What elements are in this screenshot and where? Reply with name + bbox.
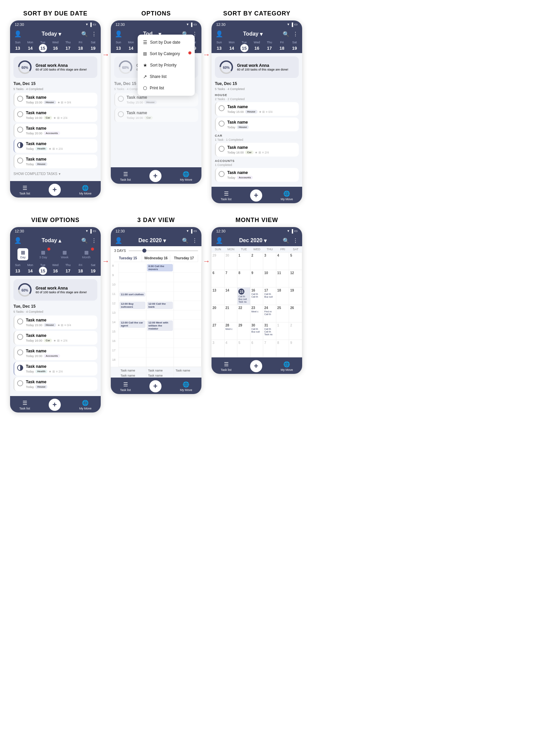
- more-icon-4[interactable]: ⋮: [91, 237, 97, 244]
- month-grid: 29 30 1 2 3 4 5 6 7 8 9 10 11 12 13 14 1…: [212, 253, 302, 357]
- progress-card-3: 60% Great work Anna 60 of 100 tasks of t…: [215, 56, 299, 78]
- tab-day[interactable]: ▦ Day: [17, 248, 28, 260]
- phone-nav-3: ☰Task list + 🌐My Move: [212, 187, 302, 203]
- options-label: Options: [141, 10, 171, 17]
- task-cat-house-2[interactable]: Task name Today House: [215, 118, 299, 131]
- month-view-panel: Month View 12:30 ▾▐▭ 👤 Dec 2020 ▾ 🔍 ⋮: [212, 217, 302, 374]
- tab-week[interactable]: ▦ Week: [58, 248, 71, 260]
- more-icon-1[interactable]: ⋮: [91, 31, 97, 37]
- more-icon-5[interactable]: ⋮: [192, 237, 197, 244]
- three-day-label: 3 Day View: [137, 217, 175, 224]
- cal-day-tue-1[interactable]: Tue 15: [38, 41, 48, 52]
- dropdown-sort-cat[interactable]: ⊞ Sort by Category: [138, 48, 195, 59]
- my-move-icon-1: 🌐: [82, 185, 89, 191]
- avatar-icon-4[interactable]: 👤: [14, 237, 21, 244]
- cal-day-thu-1: Thu 17: [63, 41, 73, 52]
- task-item-1-5[interactable]: Task name Today House: [13, 155, 97, 168]
- view-options-label: View Options: [31, 217, 80, 224]
- search-icon-3[interactable]: 🔍: [283, 31, 289, 37]
- avatar-icon-1[interactable]: 👤: [14, 30, 21, 38]
- progress-card-1: 60% Great work Anna 60 of 100 tasks of t…: [13, 56, 97, 78]
- chevron-down-icon-3: ▾: [260, 31, 263, 37]
- task-cat-house-1[interactable]: Task name Today 15:00 House ★ ⊞ ≡ 0/4: [215, 102, 299, 116]
- more-icon-6[interactable]: ⋮: [293, 237, 298, 244]
- avatar-icon-3[interactable]: 👤: [216, 30, 223, 38]
- sort-due-date-panel: Sort by Due Date 12:30 ▾ ▐ ▭ 👤 Today ▾: [10, 10, 101, 198]
- sort-due-date-phone: 12:30 ▾ ▐ ▭ 👤 Today ▾ 🔍 ⋮: [10, 20, 101, 198]
- more-icon-3[interactable]: ⋮: [293, 31, 298, 37]
- time-grid: 8 8:00 Call the movers 9 10 11: [111, 263, 201, 367]
- calendar-row-3: Sun13 Mon14 Tue15 Wed16 Thu17 Fri18 Sat1…: [212, 40, 302, 53]
- avatar-icon-6[interactable]: 👤: [216, 237, 223, 244]
- sort-category-label: Sort by Category: [223, 10, 291, 17]
- task-cat-car-1[interactable]: Task name Today 16:00 Car ★ ⊞ ≡ 2/4: [215, 143, 299, 157]
- cal-day-fri-1: Fri 18: [76, 41, 85, 52]
- three-day-panel: 3 Day View 12:30 ▾▐▭ 👤 Dec 2020 ▾ 🔍 ⋮: [111, 217, 201, 394]
- month-view-phone: 12:30 ▾▐▭ 👤 Dec 2020 ▾ 🔍 ⋮ SUN MON: [212, 227, 302, 374]
- phone-nav-1: ☰ Task list + 🌐 My Move: [10, 181, 101, 198]
- chevron-down-icon-6: ▾: [264, 237, 267, 244]
- dropdown-sort-due[interactable]: ☰ Sort by Due date: [138, 37, 195, 48]
- cal-day-sun-1: Sun 13: [13, 41, 22, 52]
- show-completed-1[interactable]: SHOW COMPLETED TASKS ▾: [13, 170, 97, 178]
- progress-text-1: Great work Anna 60 of 100 tasks of this …: [36, 63, 87, 71]
- phone-content-4: 60% Great work Anna 60 of 100 tasks of t…: [10, 276, 101, 396]
- task-item-1-2[interactable]: Task name Today 16:00 Car ★ ⊞ ≡ 2/4: [13, 108, 97, 122]
- wifi-icon-1: ▾: [86, 22, 88, 27]
- sort-due-date-label: Sort by Due Date: [23, 10, 87, 17]
- dropdown-share[interactable]: ↗ Share list: [138, 71, 195, 82]
- cat-accounts-label: ACCOUNTS: [215, 159, 299, 163]
- signal-icon-1: ▐: [89, 23, 92, 27]
- task-item-1-3[interactable]: Task name Today 20:00 Accounts: [13, 124, 97, 137]
- search-icon-6[interactable]: 🔍: [283, 237, 289, 244]
- phone-header-6: 👤 Dec 2020 ▾ 🔍 ⋮: [212, 235, 302, 246]
- options-phone: 12:30 ▾ ▐ ▭ 👤 Tod... ▾ 🔍 ⋮ Sun: [111, 20, 201, 184]
- nav-mymove-1[interactable]: 🌐 My Move: [79, 185, 92, 195]
- time-1: 12:30: [15, 23, 24, 27]
- status-bar-2: 12:30 ▾ ▐ ▭: [111, 20, 201, 28]
- sort-pri-icon: ★: [143, 62, 147, 68]
- options-dropdown: ☰ Sort by Due date ⊞ Sort by Category ★ …: [138, 35, 195, 96]
- task-check-1-3[interactable]: [17, 127, 23, 133]
- search-icon-5[interactable]: 🔍: [182, 237, 189, 244]
- time-grid-container: 8 8:00 Call the movers 9 10 11: [111, 263, 201, 378]
- slider-thumb[interactable]: [142, 249, 146, 253]
- task-check-1-4[interactable]: [17, 142, 23, 148]
- print-icon: ⬡: [143, 85, 147, 91]
- month-day-names: SUN MON TUE WED THU FRI SAT: [212, 246, 302, 253]
- task-cat-accounts-1[interactable]: Task name Today Accounts: [215, 168, 299, 182]
- search-icon-4[interactable]: 🔍: [81, 237, 88, 244]
- task-item-1-1[interactable]: Task name Today 15:00 House ★ ⊞ ≡ 0/4: [13, 93, 97, 106]
- calendar-row-4: Sun13 Mon14 Tue15 Wed16 Thu17 Fri18 Sat1…: [10, 262, 101, 276]
- sort-category-panel: Sort by Category 12:30 ▾▐▭ 👤 Today ▾ 🔍 ⋮: [212, 10, 302, 203]
- bottom-row: View Options 12:30 ▾▐▭ 👤 Today ▴ 🔍 ⋮: [10, 217, 550, 412]
- view-options-panel: View Options 12:30 ▾▐▭ 👤 Today ▴ 🔍 ⋮: [10, 217, 101, 412]
- three-day-phone: 12:30 ▾▐▭ 👤 Dec 2020 ▾ 🔍 ⋮ 3 DAYS: [111, 227, 201, 394]
- svg-text:60%: 60%: [223, 66, 230, 70]
- phone-content-1: 60% Great work Anna 60 of 100 tasks of t…: [10, 53, 101, 181]
- tab-3day[interactable]: ▦ 3 Day: [37, 248, 50, 260]
- nav-tasklist-1[interactable]: ☰ Task list: [19, 185, 30, 195]
- nav-add-1[interactable]: +: [49, 184, 61, 196]
- three-day-slider-container: 3 DAYS Tuesday 15 Wednesday 16 Thursday …: [111, 246, 201, 263]
- dropdown-sort-pri[interactable]: ★ Sort by Priority: [138, 59, 195, 71]
- sort-due-icon: ☰: [143, 40, 147, 45]
- svg-text:60%: 60%: [122, 66, 129, 70]
- phone-nav-6: ☰Task list + 🌐My Move: [212, 357, 302, 374]
- avatar-icon-5[interactable]: 👤: [115, 237, 122, 244]
- slider-track[interactable]: [129, 250, 198, 251]
- avatar-icon-2[interactable]: 👤: [115, 30, 122, 38]
- task-check-1-5[interactable]: [17, 158, 23, 164]
- task-item-1-4[interactable]: Task name Today Health ★ ⊞ ≡ 2/4: [13, 139, 97, 153]
- phone-nav-2: ☰Task list + 🌐My Move: [111, 167, 201, 184]
- status-bar-1: 12:30 ▾ ▐ ▭: [10, 20, 101, 28]
- search-icon-1[interactable]: 🔍: [81, 31, 88, 37]
- tab-month[interactable]: ▦ Month: [80, 248, 93, 260]
- phone-header-3: 👤 Today ▾ 🔍 ⋮: [212, 28, 302, 40]
- day-col-tue: Tuesday 15: [114, 255, 142, 262]
- svg-text:60%: 60%: [21, 66, 28, 70]
- dropdown-print[interactable]: ⬡ Print list: [138, 82, 195, 94]
- task-check-1-1[interactable]: [17, 96, 23, 102]
- share-icon: ↗: [143, 74, 147, 79]
- task-check-1-2[interactable]: [17, 111, 23, 117]
